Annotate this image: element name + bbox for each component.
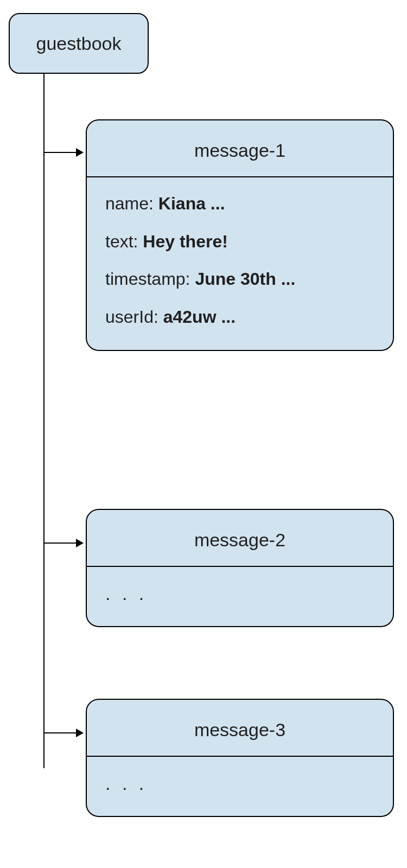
tree-connector-branch-2 — [43, 542, 77, 544]
ellipsis-text: . . . — [105, 773, 147, 794]
tree-connector-vertical — [43, 74, 44, 768]
document-title: message-3 — [87, 700, 393, 757]
field-value-text: Hey there! — [143, 232, 228, 251]
collection-box-guestbook: guestbook — [9, 13, 149, 74]
document-title-text: message-3 — [194, 719, 285, 740]
document-field: userId: a42uw ... — [105, 306, 378, 329]
field-value-timestamp: June 30th ... — [195, 269, 295, 289]
tree-connector-arrow-3 — [76, 729, 84, 737]
document-field: name: Kiana ... — [105, 193, 378, 215]
field-label-text: text: — [105, 232, 138, 251]
field-label-name: name: — [105, 194, 154, 213]
field-label-timestamp: timestamp: — [105, 269, 190, 289]
document-title-text: message-1 — [194, 140, 285, 161]
tree-connector-branch-3 — [43, 732, 77, 733]
document-box-message-3: message-3 . . . — [86, 699, 394, 817]
document-body-ellipsis: . . . — [87, 567, 393, 626]
ellipsis-text: . . . — [105, 583, 147, 604]
document-title: message-2 — [87, 510, 393, 567]
document-title: message-1 — [87, 120, 393, 177]
tree-connector-arrow-2 — [76, 539, 84, 547]
document-title-text: message-2 — [194, 529, 285, 550]
field-value-userid: a42uw ... — [163, 307, 236, 327]
field-label-userid: userId: — [105, 307, 158, 327]
document-body: name: Kiana ... text: Hey there! timesta… — [87, 177, 393, 350]
field-value-name: Kiana ... — [158, 194, 225, 213]
document-box-message-2: message-2 . . . — [86, 509, 394, 627]
document-box-message-1: message-1 name: Kiana ... text: Hey ther… — [86, 119, 394, 351]
document-field: text: Hey there! — [105, 231, 378, 253]
document-body-ellipsis: . . . — [87, 757, 393, 816]
document-field: timestamp: June 30th ... — [105, 268, 378, 291]
tree-connector-arrow-1 — [76, 148, 84, 157]
tree-connector-branch-1 — [43, 152, 77, 153]
collection-label: guestbook — [36, 33, 122, 54]
